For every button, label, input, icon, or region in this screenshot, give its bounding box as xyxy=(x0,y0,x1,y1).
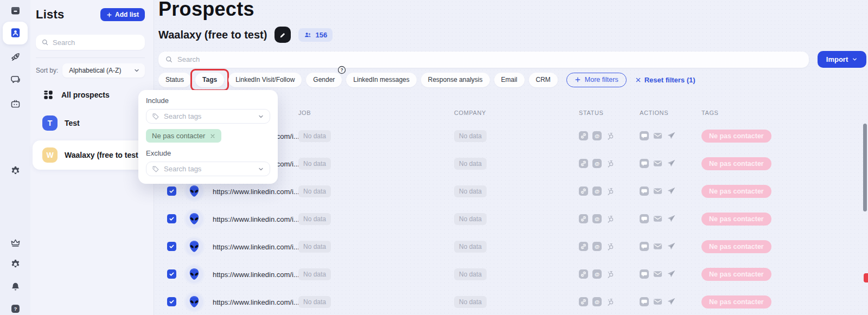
vertical-scrollbar[interactable] xyxy=(863,124,867,211)
column-header-job: JOB xyxy=(298,110,454,116)
svg-text:?: ? xyxy=(341,67,343,73)
home-icon[interactable] xyxy=(9,4,22,17)
list-item-waalaxy-free-to-test-[interactable]: WWaalaxy (free to test) xyxy=(33,140,154,170)
send-icon[interactable] xyxy=(667,242,676,251)
reset-filters-button[interactable]: Reset filters (1) xyxy=(635,76,695,84)
resources-icon[interactable] xyxy=(9,98,22,111)
edit-list-button[interactable] xyxy=(275,27,291,43)
send-icon[interactable] xyxy=(667,297,676,306)
settings-icon[interactable] xyxy=(9,164,22,177)
help-icon: ? xyxy=(337,66,346,74)
grid-icon xyxy=(42,89,54,101)
linkedin-message-icon[interactable] xyxy=(640,131,649,140)
company-value: No data xyxy=(454,296,487,308)
company-value: No data xyxy=(454,268,487,280)
more-filters-button[interactable]: More filters xyxy=(566,73,627,87)
filter-chip-tags[interactable]: Tags xyxy=(195,73,224,87)
linkedin-connection-icon xyxy=(579,159,588,168)
prospect-linkedin-url[interactable]: https://www.linkedin.com/i... xyxy=(213,215,299,223)
status-icons: @ xyxy=(579,297,640,306)
send-icon[interactable] xyxy=(667,159,676,168)
add-list-button[interactable]: Add list xyxy=(100,8,145,21)
svg-text:@: @ xyxy=(595,243,599,249)
prospect-tag-pill: Ne pas contacter xyxy=(701,213,771,226)
prospect-tag-pill: Ne pas contacter xyxy=(701,295,771,308)
import-button[interactable]: Import xyxy=(818,51,866,68)
email-action-icon[interactable] xyxy=(653,159,662,168)
help-icon[interactable]: ? xyxy=(9,302,22,315)
email-action-icon[interactable] xyxy=(653,242,662,251)
linkedin-message-icon[interactable] xyxy=(640,297,649,306)
linkedin-connection-icon xyxy=(579,297,588,306)
email-status-icon: @ xyxy=(592,131,602,140)
send-icon[interactable] xyxy=(667,187,676,196)
filter-chip-linkedin-messages[interactable]: LinkedIn messages xyxy=(346,73,416,87)
prospect-tag-pill: Ne pas contacter xyxy=(701,157,771,170)
row-checkbox[interactable] xyxy=(167,242,176,251)
chevron-down-icon xyxy=(258,113,264,120)
list-avatar: T xyxy=(42,115,58,131)
hubspot-icon xyxy=(606,269,615,279)
messages-icon[interactable] xyxy=(9,74,22,87)
row-checkbox[interactable] xyxy=(167,214,176,223)
linkedin-connection-icon xyxy=(579,131,588,140)
email-action-icon[interactable] xyxy=(653,214,662,223)
column-header-status: STATUS xyxy=(579,110,640,116)
row-checkbox[interactable] xyxy=(167,297,176,306)
tags-cell: Ne pas contacter xyxy=(701,240,868,253)
filter-chip-response-analysis[interactable]: Response analysis xyxy=(421,73,490,87)
linkedin-message-icon[interactable] xyxy=(640,242,649,251)
row-checkbox[interactable] xyxy=(167,269,176,279)
prospect-linkedin-url[interactable]: https://www.linkedin.com/i... xyxy=(213,271,299,279)
prospect-linkedin-url[interactable]: https://www.linkedin.com/i... xyxy=(213,298,299,306)
status-icons: @ xyxy=(579,214,640,223)
filter-chip-gender[interactable]: Gender? xyxy=(306,73,342,87)
prospect-count-badge: 156 xyxy=(298,28,333,42)
linkedin-message-icon[interactable] xyxy=(640,269,649,279)
company-value: No data xyxy=(454,241,487,253)
row-checkbox[interactable] xyxy=(167,187,176,196)
include-tags-select[interactable]: Search tags xyxy=(146,109,270,124)
filter-chip-crm[interactable]: CRM xyxy=(529,73,558,87)
exclude-tags-select[interactable]: Search tags xyxy=(146,162,270,176)
email-action-icon[interactable] xyxy=(653,187,662,196)
included-tag-chip[interactable]: Ne pas contacter xyxy=(146,129,221,143)
linkedin-message-icon[interactable] xyxy=(640,214,649,223)
sort-select[interactable]: Alphabetical (A-Z) xyxy=(62,63,145,78)
prospect-avatar xyxy=(186,210,203,228)
list-item-test[interactable]: TTest xyxy=(36,112,145,134)
status-icons: @ xyxy=(579,187,640,196)
lists: All prospectsTTestWWaalaxy (free to test… xyxy=(36,84,145,170)
prospect-avatar xyxy=(186,293,203,311)
filter-chip-email[interactable]: Email xyxy=(494,73,525,87)
filter-chip-linkedin-visit-follow[interactable]: LinkedIn Visit/Follow xyxy=(228,73,302,87)
send-icon[interactable] xyxy=(667,131,676,140)
campaigns-icon[interactable] xyxy=(9,51,22,64)
prospect-linkedin-url[interactable]: https://www.linkedin.com/i... xyxy=(213,188,299,196)
email-status-icon: @ xyxy=(592,297,602,306)
company-value: No data xyxy=(454,213,487,225)
prospects-search-input[interactable] xyxy=(177,55,802,63)
filter-chip-status[interactable]: Status xyxy=(158,73,191,87)
settings-icon[interactable] xyxy=(9,258,22,271)
email-action-icon[interactable] xyxy=(653,269,662,279)
prospect-linkedin-url[interactable]: https://www.linkedin.com/i... xyxy=(213,243,299,251)
filter-chip-label: CRM xyxy=(536,76,551,83)
send-icon[interactable] xyxy=(667,214,676,223)
email-action-icon[interactable] xyxy=(653,131,662,140)
send-icon[interactable] xyxy=(667,269,676,279)
remove-tag-icon[interactable] xyxy=(210,133,215,139)
filter-bar: StatusTagsLinkedIn Visit/FollowGender?Li… xyxy=(158,72,868,87)
prospect-tag-pill: Ne pas contacter xyxy=(701,240,771,253)
lists-panel-title: Lists xyxy=(36,8,64,22)
list-item-all-prospects[interactable]: All prospects xyxy=(36,84,145,106)
notifications-icon[interactable] xyxy=(9,280,22,293)
prospects-icon[interactable] xyxy=(3,22,28,44)
filter-chip-label: Tags xyxy=(202,76,217,83)
lists-search-input[interactable] xyxy=(53,38,139,47)
upgrade-icon[interactable] xyxy=(9,236,22,249)
linkedin-message-icon[interactable] xyxy=(640,159,649,168)
email-action-icon[interactable] xyxy=(653,297,662,306)
linkedin-message-icon[interactable] xyxy=(640,187,649,196)
email-status-icon: @ xyxy=(592,242,602,251)
